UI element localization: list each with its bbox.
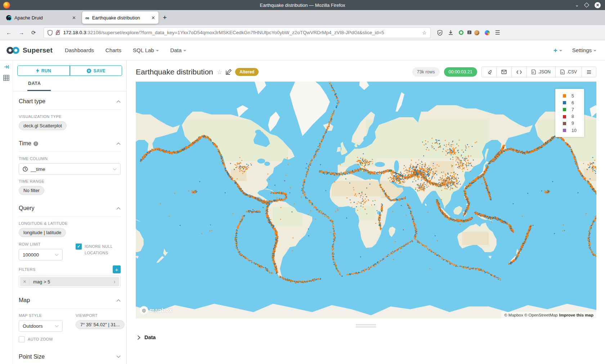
tab-close-icon[interactable]: ✕ [72,15,76,21]
superset-header: Superset Dashboards Charts SQL Lab Data … [0,40,605,60]
section-map[interactable]: Map [19,289,121,309]
settings-menu[interactable]: Settings [572,47,596,53]
protections-shield-icon[interactable] [437,30,443,36]
save-button[interactable]: SAVE [70,65,122,76]
forward-button[interactable]: → [16,29,27,36]
section-time[interactable]: Timei [19,132,121,152]
menu-hamburger-icon[interactable]: ☰ [495,29,500,36]
close-button[interactable]: ✕ [595,2,601,8]
brand-name: Superset [23,46,53,54]
mapbox-logo[interactable]: ◍ mapbox [140,306,172,314]
back-button[interactable]: ← [4,29,14,36]
firefox-icon [3,2,10,9]
nav-dashboards[interactable]: Dashboards [65,47,94,53]
edit-pencil-icon[interactable] [226,69,232,75]
viewport-pill[interactable]: 7° 35' 54.02" | 31... [76,320,125,329]
legend-entry[interactable]: 8 [555,113,584,120]
address-bar[interactable]: 172.18.0.3 :32108/superset/explore/?form… [44,27,431,38]
time-range-pill[interactable]: No filter [19,186,44,195]
downloads-icon[interactable] [448,30,453,35]
tab-apache-druid[interactable]: Apache Druid ✕ [3,12,79,24]
legend-entry[interactable]: 7 [555,106,584,113]
dataset-grid-icon[interactable] [3,75,9,81]
map-legend[interactable]: 5678910 [555,89,584,137]
collapse-panel-icon[interactable] [4,64,9,70]
tab-earthquake-distribution[interactable]: ∞ Earthquake distribution ✕ [82,12,158,24]
superset-logo[interactable]: Superset [6,46,53,54]
improve-map-link[interactable]: Improve this map [559,313,593,317]
remove-filter-icon[interactable]: ✕ [20,279,30,284]
tracking-shield-icon[interactable] [48,30,53,36]
maximize-button[interactable] [584,3,589,8]
legend-swatch [563,122,566,125]
auto-zoom-checkbox[interactable] [19,336,25,342]
legend-label: 8 [572,114,574,119]
nav-charts[interactable]: Charts [106,47,121,53]
favorite-star-icon[interactable]: ☆ [217,68,222,76]
embed-code-button[interactable] [511,67,526,77]
section-chart-type[interactable]: Chart type [19,91,121,110]
nav-sql-lab[interactable]: SQL Lab [133,47,159,53]
altered-badge[interactable]: Altered [235,68,259,76]
chevron-down-icon [183,50,186,51]
legend-swatch [563,94,566,97]
run-button[interactable]: RUN [17,65,70,76]
chevron-down-icon [559,50,562,51]
extension-colorful-icon[interactable] [485,30,490,35]
time-range-label: TIME RANGE [19,179,121,183]
row-limit-select[interactable]: 100000 [19,249,63,260]
viz-type-pill[interactable]: deck.gl Scatterplot [19,121,67,130]
chevron-down-icon [116,355,121,358]
lock-insecure-icon[interactable] [55,30,60,35]
legend-swatch [563,129,566,132]
minimize-button[interactable]: ⌄ [575,3,579,7]
extension-cookie-icon[interactable] [474,30,479,35]
section-query[interactable]: Query [19,196,121,217]
tab-data[interactable]: DATA [27,81,51,91]
legend-entry[interactable]: 9 [555,120,584,127]
legend-label: 5 [572,94,574,99]
druid-favicon [6,15,12,21]
export-csv-button[interactable]: .CSV [555,67,582,77]
filter-expression: mag > 5 [30,279,110,285]
bookmark-star-icon[interactable]: ☆ [422,30,427,36]
nav-data[interactable]: Data [170,47,187,53]
legend-entry[interactable]: 5 [555,92,584,99]
map-canvas[interactable] [136,82,596,318]
deckgl-map[interactable]: 5678910 ◍ mapbox © Mapbox © OpenStreetMa… [136,82,596,318]
clock-icon [23,167,28,172]
map-style-select[interactable]: Outdoors [19,320,63,332]
ignore-null-checkbox[interactable]: ✓ [76,244,82,250]
extension-ghostery-icon[interactable] [459,30,463,35]
time-column-select[interactable]: __time [19,163,121,175]
email-button[interactable] [496,67,511,77]
tab-close-icon[interactable]: ✕ [151,15,155,21]
data-panel-toggle[interactable]: Data [127,329,605,340]
chevron-down-icon [156,50,159,51]
new-tab-button[interactable]: + [163,14,167,22]
legend-entry[interactable]: 10 [555,127,584,134]
attribution-text[interactable]: © Mapbox © OpenStreetMap [504,313,558,317]
add-filter-button[interactable]: + [113,265,121,273]
section-point-size[interactable]: Point Size [19,344,121,364]
export-json-button[interactable]: .JSON [526,67,555,77]
panel-resize-handle[interactable] [356,324,376,327]
url-path: :32108/superset/explore/?form_data_key=1… [86,30,419,35]
lonlat-pill[interactable]: longitude | latitude [19,228,66,237]
new-item-button[interactable]: + [554,46,562,54]
chevron-down-icon [55,325,59,327]
legend-label: 9 [572,121,574,126]
control-panel: RUN SAVE DATA Chart type VISUALIZATION T… [13,60,127,364]
query-timer-badge: 00:00:03.21 [444,67,477,77]
mapbox-icon: ◍ [140,306,148,314]
reload-button[interactable]: ⟳ [29,29,39,36]
chart-toolbar: .JSON .CSV [481,67,596,77]
chevron-right-icon[interactable]: › [110,279,119,285]
more-menu-button[interactable] [582,67,596,77]
legend-entry[interactable]: 6 [555,99,584,106]
superset-infinity-icon [6,46,20,54]
cache-link-button[interactable] [482,67,496,77]
filter-chip[interactable]: ✕ mag > 5 › [20,277,119,286]
ignore-null-label: IGNORE NULL LOCATIONS [85,244,121,260]
browser-tabbar: Apache Druid ✕ ∞ Earthquake distribution… [0,10,605,25]
